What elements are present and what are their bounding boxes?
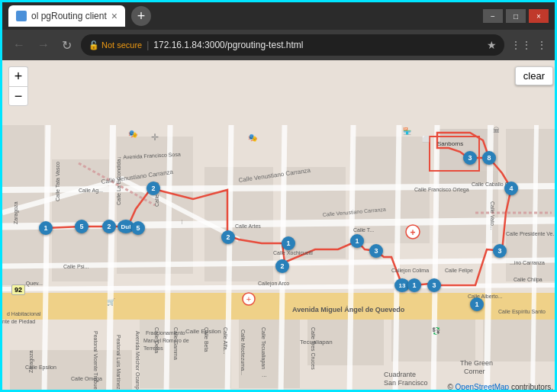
svg-text:Callejon Colima: Callejon Colima: [391, 268, 429, 274]
node-3d[interactable]: 3: [463, 151, 477, 165]
address-bar: ← → ↻ 🔓 Not secure | 172.16.1.84:3000/pg…: [2, 30, 555, 60]
svg-text:Avenida Miguel Ángel de Queved: Avenida Miguel Ángel de Quevedo: [292, 306, 405, 313]
svg-text:Calle Felipe: Calle Felipe: [445, 268, 473, 274]
svg-line-29: [487, 125, 491, 392]
node-5[interactable]: 5: [75, 220, 89, 233]
svg-text:Calle Vato...: Calle Vato...: [490, 201, 495, 230]
node-3b[interactable]: 3: [427, 278, 441, 292]
svg-rect-4: [239, 320, 300, 388]
svg-text:Tecualiapan: Tecualiapan: [300, 339, 333, 345]
svg-text:Calle Alfa...: Calle Alfa...: [223, 327, 228, 354]
browser-tab[interactable]: ol pgRouting client ×: [8, 5, 125, 27]
zoom-in-button[interactable]: +: [8, 66, 28, 86]
svg-text:Calle Tata Vasco: Calle Tata Vasco: [55, 162, 60, 201]
tab-close-button[interactable]: ×: [111, 10, 118, 22]
svg-text:Calle Epsilon: Calle Epsilon: [25, 365, 56, 371]
minimize-button[interactable]: −: [483, 9, 503, 23]
browser-menu-icons: ⋮⋮ ⋮: [510, 39, 547, 51]
svg-text:Calle Tecualiapan: Calle Tecualiapan: [260, 327, 266, 369]
menu-icon[interactable]: ⋮: [536, 39, 547, 51]
svg-text:Calle Chilpa: Calle Chilpa: [514, 277, 543, 283]
svg-text:Calle Artes: Calle Artes: [235, 223, 261, 229]
security-indicator: 🔓 Not secure: [89, 40, 142, 50]
svg-line-22: [109, 125, 113, 392]
svg-text:🏪: 🏪: [403, 127, 412, 136]
svg-text:✛: ✛: [151, 132, 159, 143]
svg-text:Calle Psi...: Calle Psi...: [63, 264, 89, 269]
node-5b[interactable]: 5: [131, 221, 145, 235]
svg-text:d Habitacional: d Habitacional: [7, 311, 41, 316]
not-secure-label: Not secure: [101, 40, 142, 50]
svg-text:Manuel Romero de: Manuel Romero de: [143, 338, 189, 343]
svg-text:Cuadrante: Cuadrante: [384, 371, 416, 378]
url-separator: |: [146, 40, 149, 50]
svg-text:+: +: [246, 294, 251, 304]
svg-text:🛒: 🛒: [107, 297, 116, 307]
road-number-marker: 92: [11, 284, 25, 295]
node-1c[interactable]: 1: [350, 234, 364, 248]
svg-text:Calle Omega: Calle Omega: [71, 376, 102, 382]
svg-text:🏛: 🏛: [493, 127, 500, 134]
map-container[interactable]: Calle Venustiano Carranza Calle Venustia…: [2, 60, 557, 392]
svg-text:Peatonal Vicente Trebuesto...: Peatonal Vicente Trebuesto...: [93, 331, 98, 392]
maximize-button[interactable]: □: [506, 9, 526, 23]
svg-text:💱: 💱: [432, 326, 441, 336]
attribution-suffix: contributors.: [509, 383, 553, 391]
extensions-icon[interactable]: ⋮⋮: [510, 39, 532, 51]
svg-text:Calle Espíritu Santo: Calle Espíritu Santo: [498, 309, 546, 315]
window-controls: − □ ×: [483, 9, 549, 23]
attribution-link[interactable]: OpenStreetMap: [456, 383, 510, 391]
svg-text:Avenida Melchor Ocampo: Avenida Melchor Ocampo: [134, 331, 140, 392]
svg-text:Peatonal Luis Martínez: Peatonal Luis Martínez: [116, 335, 121, 390]
svg-text:nte de Piedad: nte de Piedad: [2, 319, 35, 324]
svg-text:Sanborns: Sanborns: [437, 140, 463, 147]
back-button[interactable]: ←: [10, 37, 28, 53]
node-1[interactable]: 1: [39, 221, 53, 235]
node-2c[interactable]: 2: [221, 230, 235, 244]
tab-icon: [16, 11, 27, 21]
svg-text:Fraccionamiento: Fraccionamiento: [146, 330, 185, 336]
svg-text:Terreros: Terreros: [143, 345, 163, 351]
zoom-controls: + −: [8, 66, 28, 106]
svg-text:Calle Tres Cruces: Calle Tres Cruces: [311, 327, 316, 370]
node-3a[interactable]: 3: [369, 244, 383, 258]
close-button[interactable]: ×: [529, 9, 549, 23]
svg-text:Zaragoza: Zaragoza: [13, 201, 19, 224]
refresh-button[interactable]: ↻: [59, 37, 75, 54]
svg-text:Corner: Corner: [464, 368, 485, 375]
svg-text:⬜: ⬜: [422, 135, 430, 143]
node-8[interactable]: 8: [482, 151, 496, 165]
node-2d[interactable]: 2: [275, 259, 289, 273]
svg-text:Calle Presidente Ve...: Calle Presidente Ve...: [506, 231, 557, 236]
tab-label: ol pgRouting client: [31, 11, 107, 21]
node-4[interactable]: 4: [504, 182, 518, 195]
node-1d[interactable]: 1: [407, 278, 421, 292]
zoom-out-button[interactable]: −: [8, 86, 28, 106]
svg-text:Calle La Escondida: Calle La Escondida: [116, 159, 121, 205]
node-1e[interactable]: 1: [470, 297, 484, 311]
bookmark-icon[interactable]: ★: [487, 39, 497, 51]
svg-text:...: ...: [178, 220, 183, 224]
svg-text:The Green: The Green: [460, 359, 493, 367]
clear-button[interactable]: clear: [515, 66, 553, 85]
new-tab-button[interactable]: +: [131, 6, 151, 26]
svg-text:Callejon Arco: Callejon Arco: [258, 281, 289, 287]
svg-text:Calle Xochicueitl: Calle Xochicueitl: [273, 250, 313, 255]
node-2b[interactable]: 2: [146, 182, 160, 195]
svg-text:Calle T...: Calle T...: [353, 227, 374, 233]
url-bar[interactable]: 🔓 Not secure | 172.16.1.84:3000/pgroutin…: [81, 34, 504, 56]
node-1b[interactable]: 1: [282, 236, 295, 250]
svg-text:🎭: 🎭: [128, 129, 138, 139]
svg-text:Calle Moctezuma...: Calle Moctezuma...: [240, 329, 246, 375]
node-3c[interactable]: 3: [493, 244, 507, 258]
svg-text:🎭: 🎭: [248, 133, 258, 143]
node-2a[interactable]: 2: [102, 220, 116, 233]
lock-icon: 🔓: [89, 40, 99, 50]
svg-text:...ino Carranza: ...ino Carranza: [510, 260, 545, 265]
svg-text:Calle Epsilon: Calle Epsilon: [185, 328, 221, 335]
forward-button[interactable]: →: [34, 37, 53, 53]
svg-text:Calle Ag...: Calle Ag...: [79, 188, 103, 194]
svg-text:...: ...: [262, 371, 267, 378]
url-text: 172.16.1.84:3000/pgrouting-test.html: [153, 40, 303, 50]
svg-text:+: +: [410, 227, 415, 238]
